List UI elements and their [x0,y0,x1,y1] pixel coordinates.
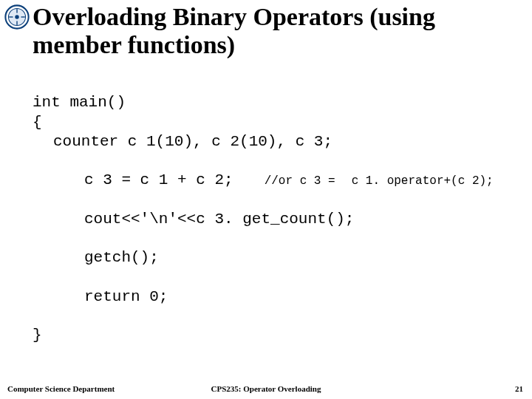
footer-center-text: CPS235: Operator Overloading [211,384,321,393]
code-line: c 3 = c 1 + c 2;//or c 3 =c 1. operator+… [84,171,517,190]
code-line: counter c 1(10), c 2(10), c 3; [53,132,517,151]
svg-rect-5 [9,16,13,17]
svg-rect-6 [21,16,24,17]
code-line: return 0; [84,287,517,307]
svg-rect-3 [16,9,17,13]
code-line: { [33,114,42,131]
code-line: } [33,327,42,344]
code-line: cout<<'\n'<<c 3. get_count(); [84,210,517,229]
code-line: int main() [33,94,126,111]
code-line: getch(); [84,248,517,267]
slide-title: Overloading Binary Operators (using memb… [33,3,517,59]
institution-seal-icon [4,4,30,30]
code-block: int main() { counter c 1(10), c 2(10), c… [33,74,517,346]
footer-page-number: 21 [515,384,523,393]
svg-point-2 [15,15,18,18]
footer-left-text: Computer Science Department [7,384,115,393]
svg-rect-4 [16,21,17,24]
slide-footer: Computer Science Department CPS235: Oper… [0,378,532,395]
